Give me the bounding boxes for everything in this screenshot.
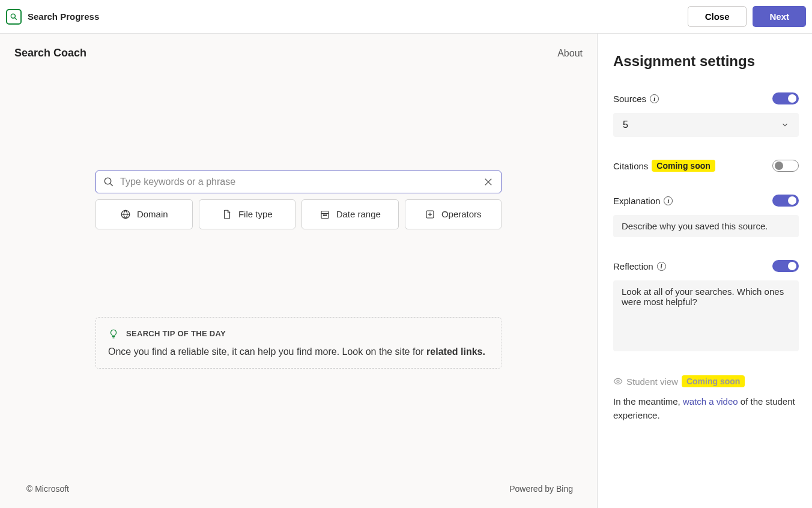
citations-setting: Citations Coming soon [613, 160, 799, 172]
filter-row: Domain File type Date range Operators [95, 199, 501, 229]
topbar: Search Progress Close Next [0, 0, 812, 34]
file-type-filter-button[interactable]: File type [199, 199, 296, 229]
sources-label: Sources [613, 94, 646, 104]
explanation-text[interactable]: Describe why you saved this source. [613, 215, 799, 237]
coming-soon-badge: Coming soon [652, 160, 715, 172]
meantime-text: In the meantime, watch a video of the st… [613, 395, 799, 423]
svg-line-1 [14, 17, 16, 19]
app-title: Search Progress [28, 11, 99, 22]
coach-title: Search Coach [14, 47, 86, 59]
settings-panel: Assignment settings Sources i 5 Citation… [597, 34, 812, 508]
sources-select[interactable]: 5 [613, 113, 799, 137]
filter-label: Date range [336, 209, 381, 219]
citations-label: Citations [613, 161, 648, 171]
close-button[interactable]: Close [688, 6, 747, 27]
operators-filter-button[interactable]: Operators [405, 199, 502, 229]
watch-video-link[interactable]: watch a video [683, 396, 738, 407]
svg-point-15 [617, 380, 619, 383]
date-range-filter-button[interactable]: Date range [301, 199, 399, 229]
svg-point-2 [105, 178, 111, 184]
svg-point-0 [11, 14, 15, 18]
tip-body-bold: related links. [426, 346, 485, 357]
eye-icon [613, 376, 623, 386]
sources-setting: Sources i 5 [613, 92, 799, 137]
student-view-row: Student view Coming soon [613, 375, 799, 387]
svg-point-10 [324, 214, 325, 215]
file-icon [222, 209, 232, 220]
info-icon[interactable]: i [664, 196, 673, 205]
sources-value: 5 [623, 119, 628, 130]
copyright: © Microsoft [26, 484, 69, 494]
about-link[interactable]: About [557, 48, 583, 59]
filter-label: File type [238, 209, 273, 219]
reflection-label: Reflection [613, 261, 653, 271]
topbar-left: Search Progress [6, 9, 99, 25]
filter-label: Domain [137, 209, 168, 219]
svg-line-3 [110, 183, 113, 186]
clear-search-icon[interactable] [483, 177, 494, 187]
search-box[interactable] [95, 171, 501, 193]
footer: © Microsoft Powered by Bing [0, 473, 597, 508]
citations-toggle [772, 160, 799, 172]
app-logo-icon [6, 9, 22, 25]
settings-title: Assignment settings [613, 53, 799, 70]
coming-soon-badge: Coming soon [682, 375, 745, 387]
powered-by: Powered by Bing [509, 484, 573, 494]
explanation-toggle[interactable] [772, 195, 799, 207]
left-panel: Search Coach About Domain [0, 34, 597, 508]
search-icon [103, 177, 114, 187]
lightbulb-icon [108, 328, 119, 339]
coach-header: Search Coach About [0, 34, 597, 65]
chevron-down-icon [781, 121, 789, 129]
reflection-text[interactable]: Look at all of your searches. Which ones… [613, 280, 799, 351]
reflection-toggle[interactable] [772, 260, 799, 272]
domain-filter-button[interactable]: Domain [95, 199, 193, 229]
next-button[interactable]: Next [753, 6, 806, 27]
tip-box: SEARCH TIP OF THE DAY Once you find a re… [95, 317, 501, 369]
info-icon[interactable]: i [650, 94, 659, 103]
search-input[interactable] [120, 177, 477, 187]
svg-point-11 [326, 214, 326, 215]
calendar-icon [320, 209, 330, 220]
tip-body: Once you find a reliable site, it can he… [108, 346, 489, 357]
meantime-pre: In the meantime, [613, 396, 683, 407]
explanation-setting: Explanation i Describe why you saved thi… [613, 195, 799, 237]
info-icon[interactable]: i [657, 262, 666, 271]
student-view-label: Student view [626, 376, 678, 387]
globe-icon [120, 209, 131, 220]
reflection-setting: Reflection i Look at all of your searche… [613, 260, 799, 351]
tip-body-text: Once you find a reliable site, it can he… [108, 346, 426, 357]
center-area: Domain File type Date range Operators [0, 65, 597, 473]
operators-icon [425, 209, 435, 220]
filter-label: Operators [441, 209, 482, 219]
tip-title: SEARCH TIP OF THE DAY [126, 329, 226, 338]
sources-toggle[interactable] [772, 92, 799, 104]
topbar-buttons: Close Next [688, 6, 806, 27]
svg-point-9 [323, 214, 324, 215]
explanation-label: Explanation [613, 196, 660, 206]
